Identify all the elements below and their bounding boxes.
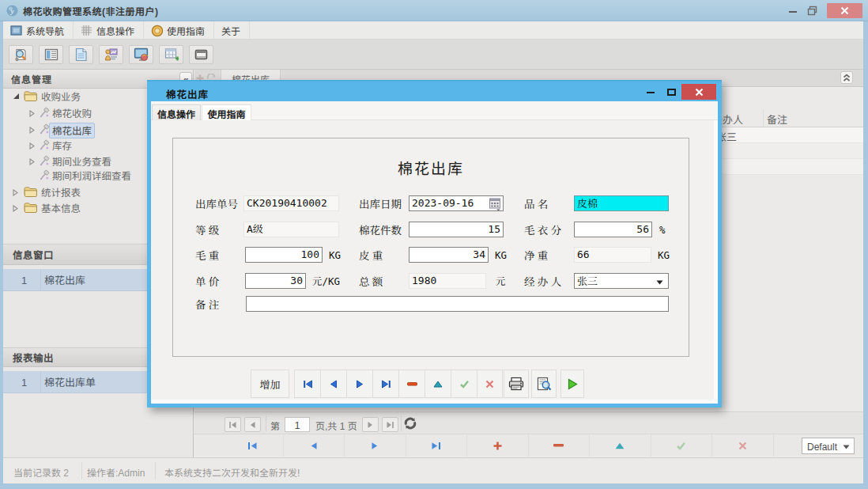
order_no-field: CK20190410002	[243, 195, 339, 211]
new-document-icon[interactable]	[69, 45, 93, 64]
cotton-outbound-dialog: 棉花出库 信息操作 使用指南 棉花出库 出库单号 CK20190410002 出…	[147, 80, 722, 408]
field-unit-tare: KG	[495, 247, 507, 263]
menu-system-nav[interactable]: 系统导航	[3, 21, 74, 39]
app-window: y 棉花收购管理系统(非注册用户) 系统导航	[0, 0, 868, 489]
pieces-field[interactable]: 15	[409, 222, 504, 237]
close-button[interactable]	[827, 3, 862, 18]
tree-collapsed-arrow-icon[interactable]	[29, 127, 35, 134]
date-field[interactable]: 2023-09-16	[409, 195, 504, 211]
wand-icon	[38, 107, 50, 119]
page-total-label: 页,共 1 页	[315, 419, 357, 432]
search-document-icon[interactable]	[9, 45, 33, 64]
report-list-icon[interactable]	[39, 45, 63, 64]
first-page-button[interactable]	[225, 417, 241, 432]
separator	[401, 415, 402, 431]
collapse-up-button[interactable]	[840, 71, 853, 84]
handler-combobox[interactable]: 张三	[574, 273, 669, 289]
print-preview-button[interactable]	[531, 370, 557, 398]
restore-button[interactable]	[802, 2, 822, 20]
card-window-icon[interactable]	[189, 45, 213, 64]
prev-page-button[interactable]	[244, 417, 261, 432]
tree-collapsed-arrow-icon[interactable]	[29, 142, 35, 150]
next-record-button[interactable]	[346, 370, 372, 398]
chevron-down-icon	[656, 280, 663, 285]
edit-record-button[interactable]	[590, 434, 651, 457]
unit_price-field[interactable]: 30	[245, 273, 306, 289]
status-operator: 操作者:Admin	[87, 465, 145, 479]
product-field[interactable]: 皮棉	[574, 195, 669, 211]
monitor-globe-icon[interactable]	[129, 45, 153, 64]
dialog-maximize-button[interactable]	[667, 89, 676, 96]
edit-record-button[interactable]	[425, 370, 451, 398]
cancel-button[interactable]	[712, 434, 774, 457]
prev-record-button[interactable]	[284, 434, 345, 457]
run-icon[interactable]	[560, 370, 584, 398]
record-nav-group	[294, 370, 503, 398]
edit-record-icon	[615, 442, 625, 449]
print-button[interactable]	[504, 370, 529, 398]
total-field: 1980	[409, 273, 486, 289]
first-record-button[interactable]	[294, 370, 320, 398]
wand-icon	[38, 169, 50, 181]
grid-column-remark[interactable]: 备注	[767, 112, 787, 127]
app-title: 棉花收购管理系统(非注册用户)	[23, 4, 159, 17]
user-chart-icon[interactable]	[99, 45, 123, 64]
app-titlebar: y 棉花收购管理系统(非注册用户)	[0, 0, 868, 21]
field-unit-net: KG	[658, 247, 670, 263]
theme-select[interactable]: Default	[802, 438, 855, 454]
tree-collapsed-arrow-icon[interactable]	[13, 189, 18, 196]
page-number-input[interactable]: 1	[285, 417, 310, 432]
add-record-button[interactable]	[467, 434, 529, 457]
page-label: 第	[270, 419, 280, 432]
delete-record-button[interactable]	[398, 370, 425, 398]
last-record-button[interactable]	[372, 370, 398, 398]
separator	[155, 462, 156, 480]
tree-collapsed-arrow-icon[interactable]	[13, 205, 18, 212]
wand-icon	[38, 123, 50, 135]
gross-field[interactable]: 100	[245, 247, 323, 263]
tare-field[interactable]: 34	[409, 247, 489, 263]
dialog-tab-guide[interactable]: 使用指南	[202, 104, 251, 121]
delete-record-button[interactable]	[529, 434, 591, 457]
next-record-button[interactable]	[345, 434, 406, 457]
confirm-button[interactable]	[651, 434, 713, 457]
grid-icon	[81, 25, 92, 36]
lint_pct-field[interactable]: 56	[574, 222, 652, 237]
add-button[interactable]: 增加	[251, 370, 289, 398]
wand-icon	[38, 155, 50, 167]
menu-info-ops[interactable]: 信息操作	[74, 21, 144, 39]
menu-guide[interactable]: 使用指南	[144, 21, 214, 39]
pager: 第 1 页,共 1 页	[194, 411, 863, 434]
last-page-button[interactable]	[382, 417, 398, 432]
calendar-icon[interactable]	[489, 198, 501, 210]
last-record-icon	[431, 442, 441, 450]
prev-record-button[interactable]	[320, 370, 346, 398]
dialog-close-button[interactable]	[681, 84, 716, 100]
last-record-button[interactable]	[406, 434, 468, 457]
dialog-button-bar: 增加	[151, 370, 714, 398]
tree-collapsed-arrow-icon[interactable]	[29, 158, 35, 165]
chevron-down-icon	[843, 445, 850, 449]
field-label-remark: 备 注	[195, 296, 219, 312]
refresh-grid-icon[interactable]	[404, 417, 417, 430]
confirm-button[interactable]	[451, 370, 477, 398]
dialog-minimize-button[interactable]	[647, 92, 655, 93]
cancel-button[interactable]	[477, 370, 503, 398]
dialog-tabstrip: 信息操作 使用指南	[151, 101, 718, 120]
record-navbar: Default	[194, 434, 863, 456]
next-record-icon	[371, 442, 379, 450]
minimize-button[interactable]	[783, 2, 802, 20]
field-unit-total: 元	[496, 273, 506, 289]
next-page-button[interactable]	[362, 417, 379, 432]
tree-collapsed-arrow-icon[interactable]	[29, 110, 35, 117]
field-label-total: 总 额	[359, 273, 383, 289]
tree-expanded-arrow-icon[interactable]	[13, 93, 20, 100]
menu-about[interactable]: 关于	[214, 21, 250, 39]
first-record-button[interactable]	[222, 434, 284, 457]
dialog-body: 信息操作 使用指南 棉花出库 出库单号 CK20190410002 出库日期 2…	[151, 101, 718, 404]
separator	[266, 415, 266, 431]
remark-field[interactable]	[246, 296, 669, 312]
table-add-icon[interactable]	[159, 45, 183, 64]
column-divider	[40, 371, 41, 392]
dialog-tab-info-ops[interactable]: 信息操作	[152, 104, 201, 121]
